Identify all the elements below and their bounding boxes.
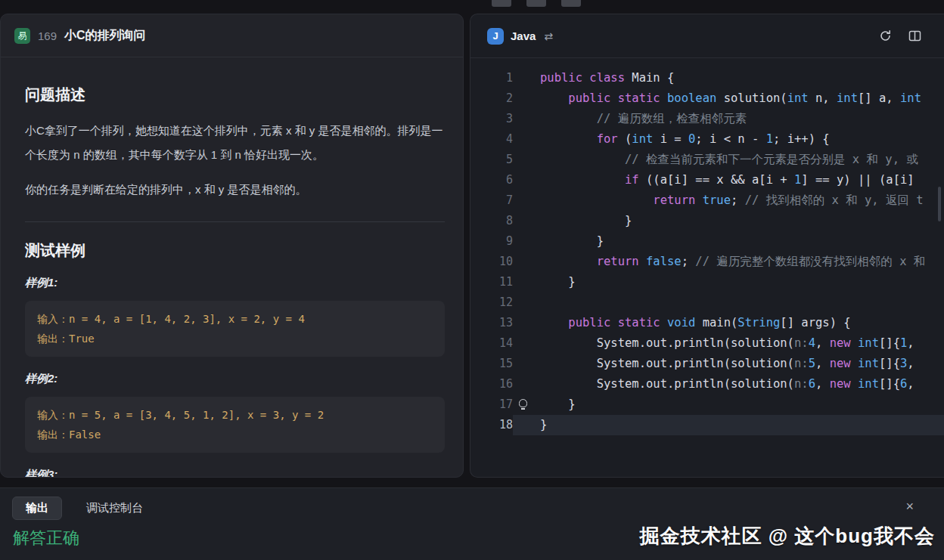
line-number[interactable]: 9 xyxy=(470,231,513,252)
code-text: } xyxy=(540,231,944,252)
tab-debug-console[interactable]: 调试控制台 xyxy=(86,501,143,515)
code-text: System.out.println(solution(n:4, new int… xyxy=(540,333,944,354)
code-line[interactable]: 2 public static boolean solution(int n, … xyxy=(470,88,944,109)
line-number[interactable]: 8 xyxy=(470,211,513,231)
code-line[interactable]: 15 System.out.println(solution(n:5, new … xyxy=(470,354,944,374)
sample-output-label: 输出： xyxy=(37,429,69,441)
difficulty-badge: 易 xyxy=(14,28,30,44)
sample-output-line: 输出：False xyxy=(37,425,433,444)
code-text: System.out.println(solution(n:5, new int… xyxy=(540,354,944,374)
code-text: return false; // 遍历完整个数组都没有找到相邻的 x 和 xyxy=(540,252,944,272)
code-line[interactable]: 10 return false; // 遍历完整个数组都没有找到相邻的 x 和 xyxy=(470,252,944,272)
code-text: System.out.println(solution(n:6, new int… xyxy=(540,374,944,394)
problem-content: 问题描述 小C拿到了一个排列，她想知道在这个排列中，元素 x 和 y 是否是相邻… xyxy=(1,57,463,477)
watermark-text: 掘金技术社区 @ 这个bug我不会 xyxy=(640,523,935,549)
code-text: if ((a[i] == x && a[i + 1] == y) || (a[i… xyxy=(540,170,944,190)
problem-title: 小C的排列询问 xyxy=(64,28,146,44)
language-selector[interactable]: J Java ⇄ xyxy=(487,28,553,45)
code-line[interactable]: 6 if ((a[i] == x && a[i + 1] == y) || (a… xyxy=(470,170,944,190)
code-text xyxy=(540,292,944,313)
code-line[interactable]: 9 } xyxy=(470,231,944,252)
line-number[interactable]: 5 xyxy=(470,150,513,170)
code-line[interactable]: 14 System.out.println(solution(n:4, new … xyxy=(470,333,944,354)
sample-output-value: True xyxy=(69,333,95,345)
code-line[interactable]: 16 System.out.println(solution(n:6, new … xyxy=(470,374,944,394)
split-view-icon[interactable] xyxy=(908,29,921,42)
code-line[interactable]: 17 } xyxy=(470,394,944,415)
sample-label: 样例3: xyxy=(25,468,445,477)
editor-header: J Java ⇄ xyxy=(470,14,944,58)
code-line[interactable]: 1public class Main { xyxy=(470,68,944,88)
code-line[interactable]: 3 // 遍历数组，检查相邻元素 xyxy=(470,109,944,129)
line-number[interactable]: 7 xyxy=(470,190,513,211)
sample-block: 输入：n = 5, a = [3, 4, 5, 1, 2], x = 3, y … xyxy=(25,397,445,453)
code-text: return true; // 找到相邻的 x 和 y, 返回 t xyxy=(540,190,944,211)
sample-input-line: 输入：n = 4, a = [1, 4, 2, 3], x = 2, y = 4 xyxy=(37,309,433,329)
sample-input-line: 输入：n = 5, a = [3, 4, 5, 1, 2], x = 3, y … xyxy=(37,405,433,425)
line-number[interactable]: 13 xyxy=(470,313,513,333)
lightbulb-icon[interactable] xyxy=(519,399,527,407)
code-text: } xyxy=(540,394,944,415)
line-number[interactable]: 17 xyxy=(470,394,513,415)
code-text: for (int i = 0; i < n - 1; i++) { xyxy=(540,129,944,150)
editor-header-actions xyxy=(879,29,921,42)
console-tabs: 输出 调试控制台 xyxy=(0,488,944,520)
editor-panel: J Java ⇄ 1public class Main {2 public st… xyxy=(470,14,944,478)
problem-id: 169 xyxy=(38,29,57,42)
tab-output[interactable]: 输出 xyxy=(12,497,62,520)
code-line[interactable]: 4 for (int i = 0; i < n - 1; i++) { xyxy=(470,129,944,150)
samples-heading: 测试样例 xyxy=(25,240,445,261)
problem-header: 易 169 小C的排列询问 xyxy=(1,14,463,57)
top-tab-strip xyxy=(492,0,581,7)
code-line[interactable]: 8 } xyxy=(470,211,944,231)
line-number[interactable]: 18 xyxy=(470,415,513,435)
sample-block: 输入：n = 4, a = [1, 4, 2, 3], x = 2, y = 4… xyxy=(25,301,445,357)
line-number[interactable]: 15 xyxy=(470,354,513,374)
sample-input-label: 输入： xyxy=(37,313,69,325)
top-tab-chip[interactable] xyxy=(492,0,511,7)
swap-language-icon: ⇄ xyxy=(544,30,553,42)
sample-label: 样例2: xyxy=(25,372,445,386)
sample-output-label: 输出： xyxy=(37,333,69,345)
sample-output-line: 输出：True xyxy=(37,329,433,348)
line-number[interactable]: 3 xyxy=(470,109,513,129)
editor-scrollbar[interactable] xyxy=(938,187,941,221)
code-text: } xyxy=(540,211,944,231)
problem-panel: 易 169 小C的排列询问 问题描述 小C拿到了一个排列，她想知道在这个排列中，… xyxy=(0,14,464,478)
code-text: } xyxy=(540,272,944,292)
line-number[interactable]: 1 xyxy=(470,68,513,88)
sample-output-value: False xyxy=(69,429,101,441)
line-number[interactable]: 14 xyxy=(470,333,513,354)
code-area[interactable]: 1public class Main {2 public static bool… xyxy=(470,58,944,477)
code-line[interactable]: 11 } xyxy=(470,272,944,292)
code-line[interactable]: 12 xyxy=(470,292,944,313)
java-icon: J xyxy=(487,28,504,45)
console-panel: 输出 调试控制台 × 解答正确 掘金技术社区 @ 这个bug我不会 xyxy=(0,487,944,560)
language-label: Java xyxy=(511,29,536,42)
code-text: // 检查当前元素和下一个元素是否分别是 x 和 y, 或 xyxy=(540,150,944,170)
sample-input-value: n = 5, a = [3, 4, 5, 1, 2], x = 3, y = 2 xyxy=(69,409,324,421)
code-line[interactable]: 7 return true; // 找到相邻的 x 和 y, 返回 t xyxy=(470,190,944,211)
line-number[interactable]: 2 xyxy=(470,88,513,109)
line-number[interactable]: 6 xyxy=(470,170,513,190)
code-text: public class Main { xyxy=(540,68,944,88)
code-line[interactable]: 13 public static void main(String[] args… xyxy=(470,313,944,333)
close-icon[interactable]: × xyxy=(905,500,914,513)
line-number[interactable]: 10 xyxy=(470,252,513,272)
top-tab-chip[interactable] xyxy=(526,0,546,7)
sample-input-label: 输入： xyxy=(37,409,69,421)
line-number[interactable]: 11 xyxy=(470,272,513,292)
line-number[interactable]: 12 xyxy=(470,292,513,313)
code-line[interactable]: 18} xyxy=(470,415,944,435)
code-line[interactable]: 5 // 检查当前元素和下一个元素是否分别是 x 和 y, 或 xyxy=(470,150,944,170)
reset-code-icon[interactable] xyxy=(879,29,892,42)
line-number[interactable]: 16 xyxy=(470,374,513,394)
main-area: 易 169 小C的排列询问 问题描述 小C拿到了一个排列，她想知道在这个排列中，… xyxy=(0,14,944,478)
code-text: public static boolean solution(int n, in… xyxy=(540,88,944,109)
line-number[interactable]: 4 xyxy=(470,129,513,150)
top-tab-chip[interactable] xyxy=(561,0,581,7)
description-heading: 问题描述 xyxy=(25,85,445,105)
section-divider xyxy=(25,221,445,222)
sample-label: 样例1: xyxy=(25,276,445,290)
code-text: public static void main(String[] args) { xyxy=(540,313,944,333)
